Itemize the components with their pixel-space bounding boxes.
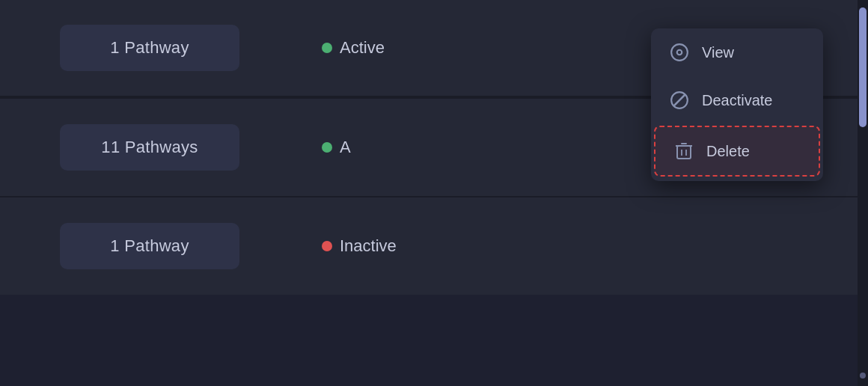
status-dot-3 — [322, 241, 332, 251]
svg-line-4 — [673, 94, 685, 105]
svg-point-2 — [678, 51, 681, 54]
status-text-3: Inactive — [340, 236, 397, 256]
pathway-badge-3: 1 Pathway — [60, 223, 239, 269]
scrollbar-bottom-dot — [860, 373, 866, 379]
main-content: 1 Pathway Active View — [0, 0, 868, 386]
deactivate-label: Deactivate — [702, 92, 773, 109]
pathway-badge-1: 1 Pathway — [60, 25, 239, 71]
context-menu-delete[interactable]: Delete — [654, 126, 820, 177]
row-1: 1 Pathway Active View — [0, 0, 868, 97]
status-area-3: Inactive — [322, 236, 397, 256]
status-text-2: A — [340, 138, 351, 157]
row-3: 1 Pathway Inactive — [0, 197, 868, 295]
context-menu: View Deactivate — [651, 28, 823, 181]
status-dot-2 — [322, 142, 332, 153]
scrollbar-track[interactable] — [858, 0, 868, 386]
status-area-2: A — [322, 138, 351, 157]
svg-rect-5 — [677, 146, 691, 159]
trash-icon — [673, 141, 694, 162]
pathway-badge-2: 11 Pathways — [60, 124, 239, 171]
context-menu-view[interactable]: View — [651, 28, 823, 76]
status-area-1: Active — [322, 38, 385, 58]
view-label: View — [702, 44, 734, 61]
delete-label: Delete — [706, 143, 750, 160]
no-circle-icon — [669, 90, 690, 111]
status-dot-1 — [322, 43, 332, 53]
status-text-1: Active — [340, 38, 385, 58]
context-menu-deactivate[interactable]: Deactivate — [651, 76, 823, 124]
scrollbar-thumb[interactable] — [859, 7, 867, 127]
eye-icon — [669, 42, 690, 63]
